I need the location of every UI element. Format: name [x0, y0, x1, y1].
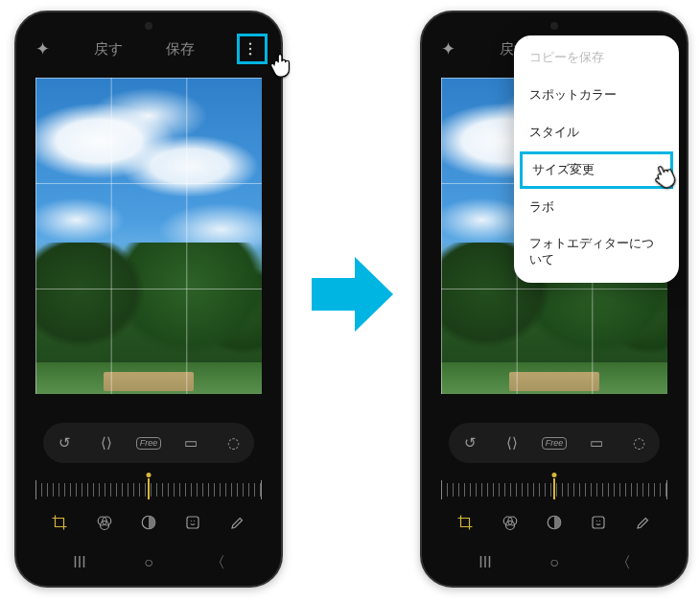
ruler-dot [147, 473, 152, 477]
sticker-tab-icon[interactable] [587, 511, 610, 534]
nav-recents-icon[interactable]: III [68, 554, 91, 571]
menu-item-resize[interactable]: サイズ変更 [520, 151, 673, 189]
phone-mock-left: ✦ 戻す 保存 ↺ ⟨⟩ Free ▭ ◌ [14, 11, 283, 588]
crop-tool-row: ↺ ⟨⟩ Free ▭ ◌ [449, 423, 660, 463]
aspect-ratio-icon[interactable]: ▭ [178, 434, 203, 452]
aspect-free-button[interactable]: Free [542, 437, 567, 450]
svg-point-9 [194, 521, 196, 522]
menu-item-save-copy[interactable]: コピーを保存 [514, 39, 679, 77]
save-button[interactable]: 保存 [166, 40, 195, 58]
more-vertical-icon [242, 40, 259, 58]
back-button[interactable]: 戻す [94, 40, 123, 58]
svg-rect-7 [187, 517, 198, 528]
editor-topbar: ✦ 戻す 保存 [16, 12, 281, 68]
photo-path [509, 372, 599, 391]
system-navbar: III ○ 〈 [422, 545, 687, 586]
aspect-ratio-icon[interactable]: ▭ [584, 434, 609, 452]
ruler-needle [148, 478, 150, 499]
svg-point-8 [191, 521, 193, 522]
sticker-tab-icon[interactable] [181, 511, 204, 534]
perspective-icon[interactable]: ◌ [626, 434, 651, 452]
flow-arrow-icon [312, 257, 393, 332]
draw-tab-icon[interactable] [632, 511, 655, 534]
crop-tab-icon[interactable] [48, 511, 71, 534]
menu-item-about[interactable]: フォトエディターについて [514, 225, 679, 279]
rotate-icon[interactable]: ↺ [457, 434, 482, 452]
menu-item-style[interactable]: スタイル [514, 114, 679, 151]
rotate-icon[interactable]: ↺ [52, 434, 77, 452]
more-button[interactable] [239, 37, 262, 60]
filters-tab-icon[interactable] [93, 511, 116, 534]
menu-item-spot-color[interactable]: スポットカラー [514, 77, 679, 114]
camera-dot [145, 22, 152, 30]
perspective-icon[interactable]: ◌ [221, 434, 245, 452]
aspect-free-button[interactable]: Free [136, 437, 161, 450]
magic-icon[interactable]: ✦ [35, 38, 50, 59]
nav-back-icon[interactable]: 〈 [612, 553, 635, 573]
svg-point-0 [249, 43, 251, 45]
adjust-tab-icon[interactable] [137, 511, 160, 534]
photo-path [104, 372, 194, 391]
rotation-ruler[interactable] [441, 476, 667, 503]
crop-tab-icon[interactable] [454, 511, 477, 534]
more-menu-popup: コピーを保存 スポットカラー スタイル サイズ変更 ラボ フォトエディターについ… [514, 35, 679, 283]
svg-point-2 [249, 53, 251, 55]
flip-icon[interactable]: ⟨⟩ [94, 434, 119, 452]
crop-tool-row: ↺ ⟨⟩ Free ▭ ◌ [43, 423, 254, 463]
ruler-needle [553, 478, 555, 499]
ruler-dot [552, 473, 557, 477]
system-navbar: III ○ 〈 [16, 545, 281, 586]
nav-home-icon[interactable]: ○ [543, 554, 566, 571]
nav-home-icon[interactable]: ○ [137, 554, 160, 571]
editor-bottom-toolbar [422, 501, 687, 544]
editor-bottom-toolbar [16, 501, 281, 544]
rotation-ruler[interactable] [35, 476, 262, 503]
menu-item-labs[interactable]: ラボ [514, 189, 679, 226]
nav-back-icon[interactable]: 〈 [206, 553, 229, 573]
camera-dot [550, 22, 558, 30]
draw-tab-icon[interactable] [226, 511, 249, 534]
flip-icon[interactable]: ⟨⟩ [500, 434, 525, 452]
svg-point-1 [249, 48, 251, 50]
phone-mock-right: ✦ 戻す 保存 ⋮ コピーを保存 スポットカラー スタイル サイズ変更 ラボ フ… [420, 11, 688, 588]
nav-recents-icon[interactable]: III [474, 554, 497, 571]
magic-icon[interactable]: ✦ [441, 38, 455, 59]
filters-tab-icon[interactable] [499, 511, 522, 534]
svg-point-16 [599, 521, 601, 522]
adjust-tab-icon[interactable] [543, 511, 566, 534]
svg-rect-14 [593, 517, 604, 528]
svg-point-15 [596, 521, 598, 522]
photo-canvas[interactable] [35, 78, 262, 394]
